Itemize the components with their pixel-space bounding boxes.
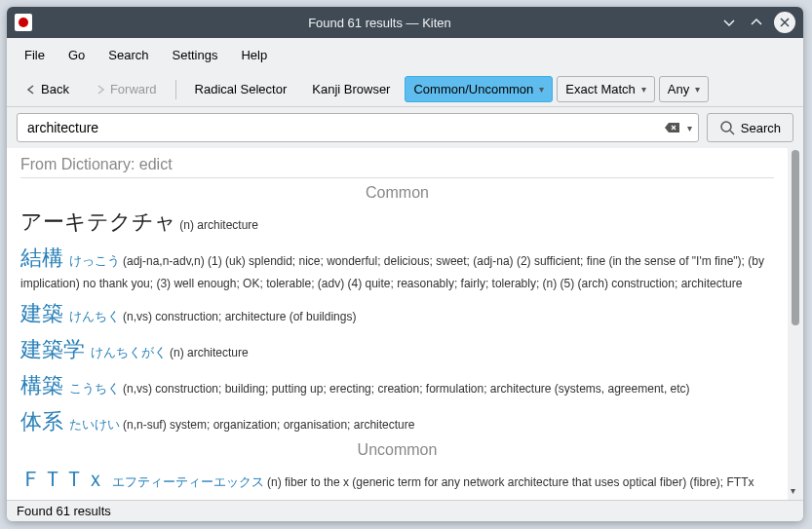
entry-reading[interactable]: こうちく: [65, 381, 120, 396]
searchbar: ▾ Search: [7, 107, 803, 148]
entry-word[interactable]: 建築学: [20, 337, 85, 361]
arrow-left-icon: [25, 84, 37, 95]
scroll-down-icon[interactable]: ▾: [791, 485, 795, 496]
close-button[interactable]: [774, 12, 795, 33]
app-window: Found 61 results — Kiten File Go Search …: [7, 7, 803, 521]
menu-help[interactable]: Help: [231, 44, 277, 66]
entry-reading[interactable]: けっこう: [65, 253, 120, 268]
dictionary-entry: 結構 けっこう (adj-na,n-adv,n) (1) (uk) splend…: [20, 242, 774, 293]
kanji-browser-button[interactable]: Kanji Browser: [301, 76, 401, 102]
dictionary-entry: ＦＴＴｘ エフティーティーエックス (n) fiber to the x (ge…: [20, 463, 774, 495]
entry-definition: (adj-na,n-adv,n) (1) (uk) splendid; nice…: [20, 254, 764, 290]
dictionary-entry: 体系 たいけい (n,n-suf) system; organization; …: [20, 405, 774, 437]
common-uncommon-dropdown[interactable]: Common/Uncommon ▾: [405, 76, 553, 102]
scroll-thumb[interactable]: [792, 150, 799, 325]
dictionary-entry: 建築学 けんちくがく (n) architecture: [20, 333, 774, 365]
statusbar: Found 61 results: [7, 500, 803, 521]
back-button[interactable]: Back: [15, 76, 80, 102]
exact-label: Exact Match: [565, 82, 636, 96]
entry-word[interactable]: 体系: [20, 409, 63, 434]
entry-reading[interactable]: たいけい: [65, 417, 120, 432]
section-uncommon: Uncommon: [20, 441, 774, 459]
titlebar: Found 61 results — Kiten: [7, 7, 803, 38]
search-button-label: Search: [741, 121, 781, 135]
toolbar: Back Forward Radical Selector Kanji Brow…: [7, 72, 803, 107]
entry-definition: (n,vs) construction; architecture (of bu…: [120, 310, 357, 323]
entry-word[interactable]: 構築: [20, 373, 63, 397]
menubar: File Go Search Settings Help: [7, 38, 803, 72]
search-input[interactable]: [23, 116, 664, 139]
forward-label: Forward: [110, 82, 157, 96]
divider: [20, 177, 774, 178]
dictionary-header: From Dictionary: edict: [20, 156, 774, 173]
dictionary-entry: アーキテクチャ (n) architecture: [20, 206, 774, 238]
search-input-wrap: ▾: [17, 113, 699, 142]
dictionary-entry: 建築 けんちく (n,vs) construction; architectur…: [20, 297, 774, 329]
any-label: Any: [668, 82, 689, 96]
section-common: Common: [20, 184, 774, 202]
app-icon: [15, 14, 32, 31]
dictionary-entry: 構築 こうちく (n,vs) construction; building; p…: [20, 369, 774, 401]
chevron-down-icon[interactable]: ▾: [687, 123, 692, 133]
entry-word[interactable]: ＦＴＴｘ: [20, 467, 106, 491]
search-button[interactable]: Search: [707, 113, 793, 142]
back-label: Back: [41, 82, 69, 96]
entry-reading[interactable]: けんちくがく: [87, 345, 167, 359]
entry-definition: (n,vs) construction; building; putting u…: [120, 382, 690, 396]
clear-icon[interactable]: [664, 121, 681, 134]
entry-word[interactable]: 結構: [20, 246, 63, 270]
arrow-right-icon: [95, 84, 106, 95]
entry-definition: (n) architecture: [167, 346, 249, 359]
entry-reading[interactable]: エフティーティーエックス: [108, 474, 264, 489]
entry-word[interactable]: 建築: [20, 301, 63, 325]
window-title: Found 61 results — Kiten: [40, 16, 719, 30]
maximize-button[interactable]: [747, 13, 766, 32]
content-area: From Dictionary: edict Common アーキテクチャ (n…: [7, 148, 803, 500]
common-label: Common/Uncommon: [413, 82, 533, 96]
menu-settings[interactable]: Settings: [163, 44, 228, 66]
minimize-button[interactable]: [719, 13, 739, 32]
menu-file[interactable]: File: [15, 44, 55, 66]
entry-definition: (n) fiber to the x (generic term for any…: [264, 475, 754, 489]
entry-word[interactable]: アーキテクチャ: [20, 209, 176, 234]
entry-reading[interactable]: けんちく: [65, 309, 120, 323]
entry-definition: (n,n-suf) system; organization; organisa…: [120, 418, 415, 432]
menu-go[interactable]: Go: [58, 44, 95, 66]
chevron-down-icon: ▾: [695, 84, 700, 94]
search-icon: [719, 120, 735, 135]
entry-definition: (n) architecture: [176, 218, 258, 232]
radical-selector-button[interactable]: Radical Selector: [184, 76, 298, 102]
filter-dropdown[interactable]: Any ▾: [659, 76, 709, 102]
results-content: From Dictionary: edict Common アーキテクチャ (n…: [7, 148, 788, 500]
chevron-down-icon: ▾: [539, 84, 544, 94]
svg-point-0: [721, 122, 731, 132]
forward-button: Forward: [84, 76, 168, 102]
separator: [175, 80, 176, 99]
match-type-dropdown[interactable]: Exact Match ▾: [557, 76, 655, 102]
scrollbar[interactable]: ▾: [788, 148, 803, 500]
menu-search[interactable]: Search: [98, 44, 158, 66]
chevron-down-icon: ▾: [641, 84, 646, 94]
